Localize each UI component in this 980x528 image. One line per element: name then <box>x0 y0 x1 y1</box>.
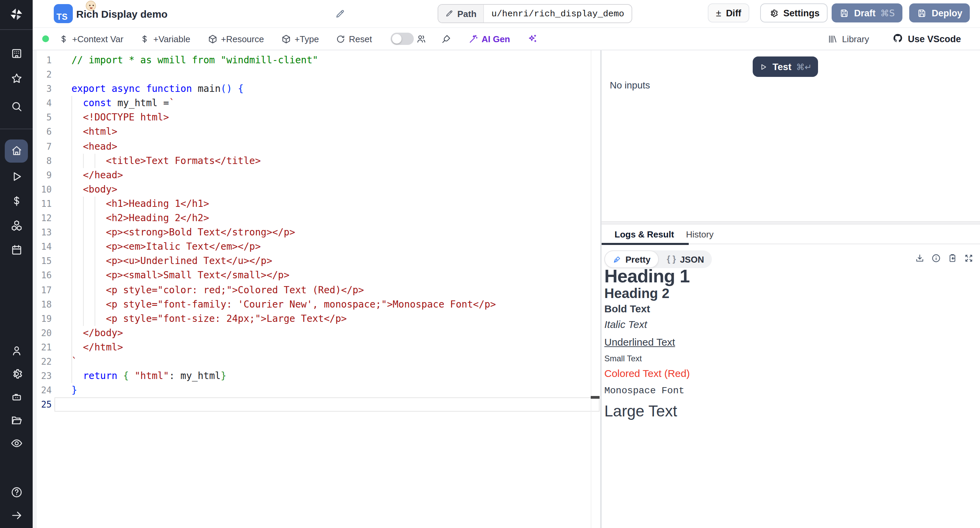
collaborators[interactable] <box>415 33 426 44</box>
page-title: Rich Display demo <box>76 8 167 20</box>
code-line[interactable]: <p><small>Small Text</small></p> <box>72 269 496 283</box>
line-number: 13 <box>33 225 52 240</box>
code-line[interactable] <box>72 67 496 82</box>
code-line[interactable]: </body> <box>72 326 496 340</box>
info-icon[interactable] <box>931 253 941 263</box>
save-draft-button[interactable]: Draft ⌘S <box>832 3 902 22</box>
toolbar-button-label: AI Gen <box>482 34 510 44</box>
run-panel: Test ⌘↵ No inputs <box>601 50 980 221</box>
code-content[interactable]: // import * as wmill from "windmill-clie… <box>72 53 496 412</box>
diff-button[interactable]: ± Diff <box>708 3 749 22</box>
view-json-button[interactable]: { } JSON <box>659 250 712 268</box>
add-type[interactable]: +Type <box>281 34 319 44</box>
sidebar-item-variables[interactable] <box>0 195 33 208</box>
braces-icon: { } <box>667 254 676 264</box>
sidebar-item-schedules[interactable] <box>0 243 33 256</box>
sidebar-item-home[interactable] <box>0 144 33 157</box>
dollar-icon <box>140 34 150 44</box>
sidebar-item-help[interactable] <box>0 486 33 499</box>
tab-history[interactable]: History <box>682 224 718 244</box>
deploy-button[interactable]: Deploy <box>909 3 970 22</box>
code-editor[interactable]: 1234567891011121314151617181920212223242… <box>33 50 600 528</box>
code-line[interactable]: <p style="color: red;">Colored Text (Red… <box>72 283 496 297</box>
sidebar-item-folders[interactable] <box>0 414 33 426</box>
edit-title-pencil-icon[interactable] <box>335 9 345 19</box>
pencil-icon <box>445 10 453 18</box>
copy-result-clipboard-icon[interactable] <box>947 253 958 263</box>
code-line[interactable]: <title>Text Formats</title> <box>72 153 496 168</box>
line-number: 15 <box>33 254 52 269</box>
ai-gen[interactable]: AI Gen <box>468 34 510 44</box>
sidebar-item-workspace[interactable] <box>0 47 33 60</box>
reset[interactable]: Reset <box>335 34 372 44</box>
add-context-var[interactable]: +Context Var <box>59 34 124 44</box>
line-number: 6 <box>33 125 52 139</box>
horizontal-splitter[interactable] <box>601 221 980 224</box>
settings-button[interactable]: Settings <box>760 3 828 22</box>
code-line[interactable]: export async function main() { <box>72 82 496 96</box>
code-line[interactable]: <p><em>Italic Text</em></p> <box>72 240 496 254</box>
code-line[interactable]: <p style="font-family: 'Courier New', mo… <box>72 297 496 311</box>
format-code[interactable] <box>441 33 452 44</box>
script-path-field[interactable]: Path u/henri/rich_display_demo <box>438 4 632 23</box>
user-icon <box>10 344 23 357</box>
code-line[interactable]: // import * as wmill from "windmill-clie… <box>72 53 496 67</box>
code-line[interactable]: return { "html": my_html} <box>72 369 496 383</box>
play-icon <box>759 62 768 71</box>
line-number: 5 <box>33 111 52 125</box>
line-number: 8 <box>33 153 52 168</box>
code-line[interactable]: </html> <box>72 340 496 355</box>
sidebar-item-account[interactable] <box>0 344 33 357</box>
sidebar-item-resources[interactable] <box>0 219 33 232</box>
sidebar-item-favorites[interactable] <box>0 72 33 85</box>
sidebar-item-runs[interactable] <box>0 170 33 183</box>
code-line[interactable]: <head> <box>72 139 496 153</box>
sidebar-item-search[interactable] <box>0 100 33 113</box>
line-number: 20 <box>33 326 52 340</box>
floppy-icon <box>917 8 927 18</box>
test-button[interactable]: Test ⌘↵ <box>753 56 818 77</box>
path-label-segment: Path <box>438 5 484 22</box>
toolbar-left-group: +Context Var+Variable+Resource+TypeReset… <box>33 28 537 50</box>
editor-toolbar: +Context Var+Variable+Resource+TypeReset… <box>33 28 980 50</box>
line-number: 10 <box>33 182 52 197</box>
sidebar-item-workers[interactable] <box>0 391 33 404</box>
add-resource[interactable]: +Resource <box>207 34 264 44</box>
code-line[interactable]: <h1>Heading 1</h1> <box>72 197 496 211</box>
use-vscode-button[interactable]: Use VScode <box>892 32 961 45</box>
active-tab-underline <box>601 243 689 245</box>
code-line[interactable]: <html> <box>72 125 496 139</box>
overview-ruler-cursor-marker <box>591 396 600 398</box>
draft-shortcut: ⌘S <box>880 8 895 18</box>
code-line[interactable]: <p><strong>Bold Text</strong></p> <box>72 225 496 240</box>
sidebar-item-settings[interactable] <box>0 367 33 380</box>
expand-icon[interactable] <box>964 253 974 263</box>
code-line[interactable]: <!DOCTYPE html> <box>72 111 496 125</box>
code-line[interactable]: <p><u>Underlined Text</u></p> <box>72 254 496 269</box>
download-icon[interactable] <box>915 253 925 263</box>
library-button[interactable]: Library <box>827 34 869 44</box>
language-badge: TS <box>56 12 68 22</box>
view-pretty-button[interactable]: Pretty <box>605 250 659 268</box>
sidebar-item-audit-logs[interactable] <box>0 437 33 450</box>
add-variable[interactable]: +Variable <box>140 34 191 44</box>
result-mono-text: Monospace Font <box>605 385 972 398</box>
code-line[interactable]: </head> <box>72 168 496 182</box>
sidebar-item-expand-sidebar[interactable] <box>0 509 33 522</box>
line-numbers: 1234567891011121314151617181920212223242… <box>33 53 52 412</box>
code-line[interactable]: } <box>72 383 496 398</box>
code-line[interactable]: <p style="font-size: 24px;">Large Text</… <box>72 311 496 326</box>
result-large-text: Large Text <box>605 402 972 420</box>
diff-mode-toggle[interactable] <box>390 33 414 45</box>
ai-assistant[interactable] <box>527 33 537 44</box>
code-line[interactable]: ` <box>72 355 496 369</box>
windmill-logo-icon[interactable] <box>8 5 25 23</box>
code-line[interactable]: <body> <box>72 182 496 197</box>
tab-logs-and-result[interactable]: Logs & Result <box>605 224 684 244</box>
robot-icon <box>10 391 23 404</box>
building-icon <box>10 47 23 60</box>
code-line[interactable]: <h2>Heading 2</h2> <box>72 211 496 225</box>
path-value[interactable]: u/henri/rich_display_demo <box>484 5 632 22</box>
result-small-text: Small Text <box>605 353 972 364</box>
code-line[interactable]: const my_html =` <box>72 96 496 111</box>
